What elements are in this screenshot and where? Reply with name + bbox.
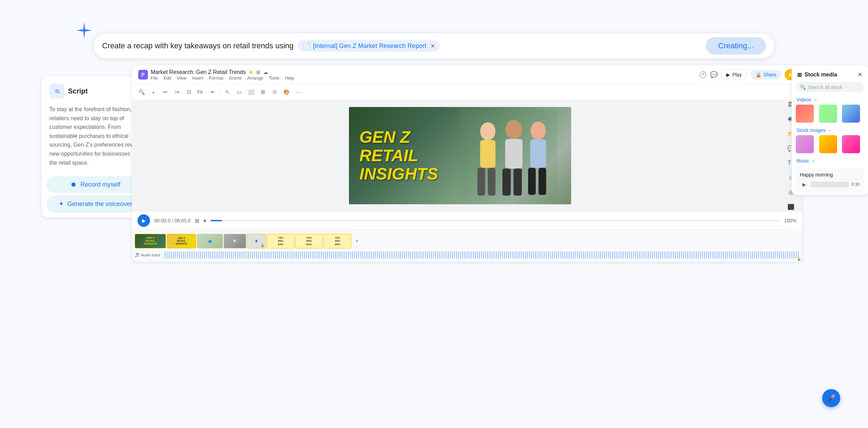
audio-track-label: 🎵 Audio track : — [135, 253, 162, 257]
scene-icon[interactable]: ⊞ — [195, 217, 199, 224]
redo-btn[interactable]: ↪ — [172, 87, 182, 97]
canvas-video: GEN Z RETAIL INSIGHTS — [349, 107, 571, 204]
add-export-btn[interactable]: ⬛ — [785, 201, 796, 212]
script-title: Script — [68, 87, 88, 95]
voiceover-button[interactable]: ✦ Generate the voiceover — [47, 195, 144, 213]
editor-topbar: P Market Research: Gen Z Retail Trends ★… — [132, 65, 802, 84]
music-waveform — [811, 182, 849, 187]
fit-btn[interactable]: ⊡ — [184, 87, 194, 97]
music-controls: ▶ 0:30 — [800, 180, 860, 189]
history-icon[interactable]: 🕐 — [699, 71, 707, 79]
audio-icon: 🎵 — [135, 253, 140, 257]
menu-scene[interactable]: Scene — [229, 75, 242, 81]
add-btn[interactable]: + — [149, 87, 158, 97]
timeline-area: GEN ZRETAILINSIGHTS GEN ZRETAILINSIGHTS … — [132, 230, 802, 262]
stock-close-button[interactable]: ✕ — [857, 71, 862, 79]
progress-bar[interactable] — [210, 220, 780, 221]
doc-chip-label: [Internal] Gen Z Market Research Report — [313, 42, 426, 50]
videos-label: Videos → — [796, 97, 817, 102]
image-thumb-3[interactable] — [842, 135, 860, 153]
audio-icon2: : — [161, 253, 162, 257]
undo-btn[interactable]: ↩ — [160, 87, 170, 97]
prompt-bar: Create a recap with key takeaways on ret… — [94, 33, 774, 58]
timeline-clip-3[interactable]: 👥 — [197, 234, 223, 248]
editor-toolbar: 🔍 + ↩ ↪ ⊡ Fit 100% 75% 50% ↖ ▭ ⬜ ⊞ ⊙ 🎨 ⋯… — [132, 84, 802, 100]
share-button[interactable]: 🔒 Share — [751, 70, 781, 80]
menu-insert[interactable]: Insert — [192, 75, 203, 81]
editor-title-row: Market Research: Gen Z Retail Trends ★ ⊞… — [151, 69, 294, 81]
menu-format[interactable]: Format — [209, 75, 223, 81]
record-label: Record myself — [80, 181, 120, 188]
doc-chip-close[interactable]: ✕ — [431, 43, 435, 49]
bottom-fab[interactable]: 🎤 — [822, 389, 840, 407]
svg-rect-9 — [514, 168, 522, 196]
comment-icon[interactable]: 💬 — [710, 71, 718, 79]
creating-button[interactable]: Creating... — [706, 37, 766, 55]
title-line1: GEN Z — [359, 128, 410, 146]
video-thumb-1[interactable] — [796, 105, 814, 123]
menu-arrange[interactable]: Arrange — [247, 75, 263, 81]
timeline-clip-1[interactable]: GEN ZRETAILINSIGHTS — [135, 234, 166, 248]
paint-btn[interactable]: 🎨 — [282, 87, 291, 97]
menu-edit[interactable]: Edit — [164, 75, 171, 81]
videos-section-link[interactable]: Videos → — [792, 96, 868, 105]
menu-view[interactable]: View — [177, 75, 186, 81]
duration-value: 06:05.0 — [174, 218, 191, 223]
shape-btn[interactable]: ⬜ — [246, 87, 256, 97]
stock-search-input[interactable] — [808, 84, 868, 90]
images-section-link[interactable]: Stock images → — [792, 126, 868, 135]
music-item-title: Happy morning — [800, 172, 860, 178]
script-icon — [49, 83, 65, 99]
images-grid — [792, 135, 868, 157]
cursor-btn[interactable]: ↖ — [223, 87, 232, 97]
zoom-out-btn[interactable]: 🔍 — [137, 87, 147, 97]
effects-btn[interactable]: ⊙ — [270, 87, 279, 97]
music-play-button[interactable]: ▶ — [800, 180, 808, 189]
timeline-clip-8[interactable]: 73%45%54% — [324, 234, 351, 248]
stock-icon: ⊞ — [797, 72, 802, 78]
video-thumb-2[interactable] — [819, 105, 837, 123]
image-thumb-1[interactable] — [796, 135, 814, 153]
title-line2: RETAIL — [359, 146, 418, 165]
menu-help[interactable]: Help — [285, 75, 294, 81]
dropdown-btn[interactable]: ▾ — [203, 217, 206, 224]
image-thumb-2[interactable] — [819, 135, 837, 153]
timeline-clip-4[interactable]: 📊 — [224, 234, 246, 248]
play-button[interactable]: ▶ Play — [721, 69, 747, 80]
editor-title: Market Research: Gen Z Retail Trends — [151, 69, 246, 75]
svg-point-10 — [531, 122, 546, 140]
timeline-add-btn[interactable]: + — [352, 236, 362, 246]
record-icon: ⏺ — [70, 181, 77, 188]
mic-icon: 🎤 — [827, 394, 836, 402]
zoom-info: 100% — [784, 218, 796, 223]
music-label: Music → — [796, 158, 815, 164]
lock-icon: 🔒 — [756, 72, 761, 77]
timeline-clip-5[interactable]: 🔒 👤 — [247, 234, 266, 248]
people-image — [460, 110, 557, 204]
voiceover-label: Generate the voiceover — [67, 200, 132, 208]
music-section-link[interactable]: Music → — [792, 157, 868, 166]
grid-icon: ⊞ — [256, 69, 260, 75]
toolbar-sep-1 — [219, 89, 219, 96]
play-label: Play — [732, 72, 742, 77]
menu-file[interactable]: File — [151, 75, 158, 81]
table-btn[interactable]: ⊞ — [258, 87, 268, 97]
playback-play-button[interactable]: ▶ — [137, 214, 150, 227]
text-frame-btn[interactable]: ▭ — [234, 87, 244, 97]
editor-menu-row: File Edit View Insert Format Scene Arran… — [151, 75, 294, 81]
more-btn[interactable]: ⋯ — [293, 87, 303, 97]
canvas-title: GEN Z RETAIL INSIGHTS — [359, 128, 438, 183]
svg-rect-4 — [477, 168, 485, 196]
audio-waveform[interactable] — [165, 252, 799, 258]
svg-rect-13 — [539, 168, 546, 195]
editor-logo: P — [138, 70, 148, 80]
timeline-clip-2[interactable]: GEN ZRETAILINSIGHTS 🔒 — [167, 234, 196, 248]
record-button[interactable]: ⏺ Record myself — [47, 176, 144, 193]
share-label: Share — [763, 72, 776, 77]
menu-tools[interactable]: Tools — [269, 75, 279, 81]
timeline-clip-7[interactable]: 73%45%54% — [295, 234, 323, 248]
zoom-select[interactable]: Fit 100% 75% 50% — [196, 89, 215, 95]
timeline-clip-6[interactable]: 73%45%54% — [267, 234, 294, 248]
canvas-title-overlay: GEN Z RETAIL INSIGHTS — [359, 128, 438, 183]
video-thumb-3[interactable] — [842, 105, 860, 123]
